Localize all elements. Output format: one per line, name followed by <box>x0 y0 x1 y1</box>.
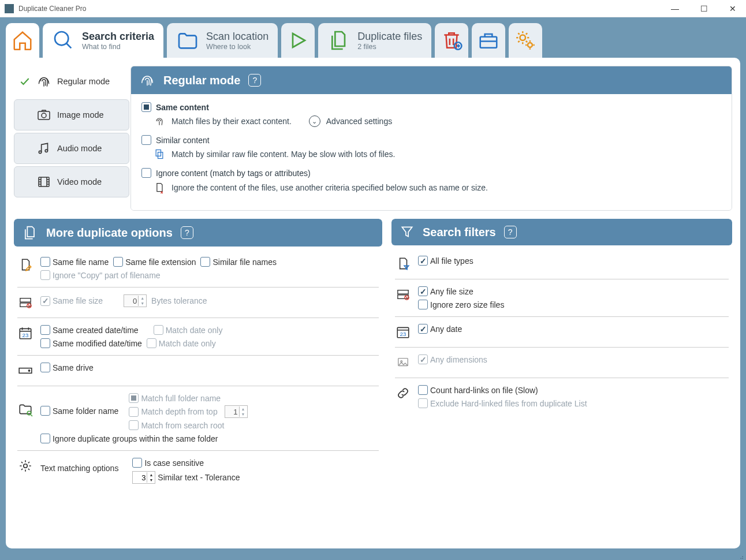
svg-line-34 <box>31 415 32 416</box>
desc-same-content: Match files by their exact content. <box>171 117 292 126</box>
resize-grip[interactable]: ⣠ <box>740 552 744 559</box>
folder-search-icon <box>17 401 33 417</box>
calendar-icon: 23 <box>395 324 411 340</box>
svg-rect-22 <box>20 298 31 302</box>
help-button[interactable]: ? <box>504 226 517 238</box>
app-icon <box>5 4 14 13</box>
tab-start-scan[interactable] <box>281 23 315 58</box>
checkbox-case-sensitive[interactable] <box>132 458 142 468</box>
checkbox-same-file-ext[interactable] <box>113 257 123 267</box>
close-button[interactable]: ✕ <box>724 4 741 13</box>
mode-image[interactable]: Image mode <box>14 99 129 130</box>
film-icon <box>35 175 53 189</box>
size-icon <box>17 294 33 311</box>
tab-search-criteria[interactable]: Search criteria What to find <box>43 23 163 58</box>
duplicate-icon <box>22 225 38 241</box>
checkbox-ignore-content[interactable] <box>141 168 151 178</box>
mode-label: Image mode <box>57 110 104 120</box>
checkbox-ignore-same-folder[interactable] <box>40 434 50 443</box>
checkbox-count-hardlinks[interactable] <box>418 385 428 395</box>
label: Match full folder name <box>141 394 221 403</box>
checkbox-all-file-types[interactable] <box>418 256 428 266</box>
label: Ignore "Copy" part of filename <box>53 271 161 280</box>
ignore-file-icon <box>153 181 166 194</box>
checkbox-any-file-size[interactable] <box>418 286 428 296</box>
checkbox-match-date-only-1 <box>154 325 163 335</box>
label: Same file extension <box>125 257 196 267</box>
duplicate-files-icon <box>327 29 350 52</box>
depth-spinner: ▲▼ <box>225 405 248 418</box>
label: Similar text - Tolerance <box>158 473 240 482</box>
mode-label: Video mode <box>57 177 102 186</box>
checkbox-same-file-name[interactable] <box>40 257 50 267</box>
label: Same file name <box>53 257 109 267</box>
svg-text:23: 23 <box>400 331 406 337</box>
tab-scan-location[interactable]: Scan location Where to look <box>167 23 278 58</box>
mode-audio[interactable]: Audio mode <box>14 133 129 164</box>
bytes-tolerance-spinner: ▲▼ <box>124 294 147 307</box>
funnel-icon <box>400 225 415 240</box>
svg-point-9 <box>39 151 41 153</box>
svg-rect-7 <box>38 111 50 120</box>
help-button[interactable]: ? <box>181 226 193 239</box>
svg-rect-36 <box>398 290 408 294</box>
checkbox-ignore-copy <box>40 270 50 280</box>
checkbox-match-date-only-2 <box>147 338 156 348</box>
more-options-panel: More duplicate options ? Same file name … <box>14 219 382 499</box>
svg-text:23: 23 <box>23 332 29 338</box>
svg-rect-20 <box>156 150 161 156</box>
label: Match date only <box>166 326 223 335</box>
help-button[interactable]: ? <box>248 74 261 87</box>
svg-point-5 <box>520 35 526 41</box>
tab-subtitle: What to find <box>82 43 154 51</box>
fingerprint-icon <box>153 115 166 127</box>
label: Is case sensitive <box>144 458 204 468</box>
checkbox-same-file-size <box>40 296 50 306</box>
checkbox-same-modified[interactable] <box>40 338 50 348</box>
tab-home[interactable] <box>6 23 39 58</box>
svg-line-1 <box>66 43 71 48</box>
file-filter-icon <box>395 256 411 272</box>
checkbox-exclude-hardlinked <box>418 398 428 408</box>
camera-icon <box>35 108 53 122</box>
checkbox-same-drive[interactable] <box>40 363 50 372</box>
svg-point-8 <box>42 113 46 118</box>
tab-remove[interactable] <box>435 23 468 58</box>
expand-advanced-button[interactable]: ⌄ <box>309 115 320 127</box>
minimize-button[interactable]: — <box>666 4 684 13</box>
mode-sidebar: Regular mode Image mode Audio mode Video… <box>14 66 129 211</box>
panel-title: More duplicate options <box>46 226 173 240</box>
svg-point-6 <box>528 43 532 47</box>
label: Count hard-links on file (Slow) <box>430 386 538 395</box>
svg-point-0 <box>55 32 68 45</box>
checkbox-match-full-folder <box>129 393 139 403</box>
checkbox-similar-content[interactable] <box>141 135 151 145</box>
label: Same created date/time <box>53 326 139 335</box>
checkbox-similar-file-names[interactable] <box>200 257 210 267</box>
label: Same folder name <box>53 406 118 416</box>
tab-toolbox[interactable] <box>472 23 505 58</box>
label: Exclude Hard-linked files from duplicate… <box>430 399 587 408</box>
desc-similar-content: Match by similar raw file content. May b… <box>171 150 395 159</box>
mode-regular[interactable]: Regular mode <box>14 66 129 97</box>
tab-duplicate-files[interactable]: Duplicate files 2 files <box>318 23 431 58</box>
svg-rect-4 <box>480 37 497 48</box>
label: Match date only <box>159 339 216 348</box>
checkbox-same-folder-name[interactable] <box>40 406 50 416</box>
mode-video[interactable]: Video mode <box>14 166 129 197</box>
checkbox-any-dimensions <box>418 354 428 364</box>
checkbox-same-created[interactable] <box>40 325 50 335</box>
maximize-button[interactable]: ☐ <box>695 4 713 13</box>
tab-settings[interactable] <box>509 23 542 58</box>
checkbox-ignore-zero[interactable] <box>418 300 428 309</box>
checkbox-same-content[interactable] <box>141 102 151 112</box>
window-title: Duplicate Cleaner Pro <box>18 5 666 13</box>
label-advanced-settings[interactable]: Advanced settings <box>326 117 392 126</box>
gear-icon <box>17 458 33 474</box>
svg-point-35 <box>24 464 28 468</box>
mode-label: Regular mode <box>57 77 110 86</box>
similar-tolerance-spinner[interactable]: ▲▼ <box>132 471 155 484</box>
checkbox-any-date[interactable] <box>418 324 428 334</box>
file-edit-icon <box>17 257 33 273</box>
size-filter-icon <box>395 286 411 303</box>
